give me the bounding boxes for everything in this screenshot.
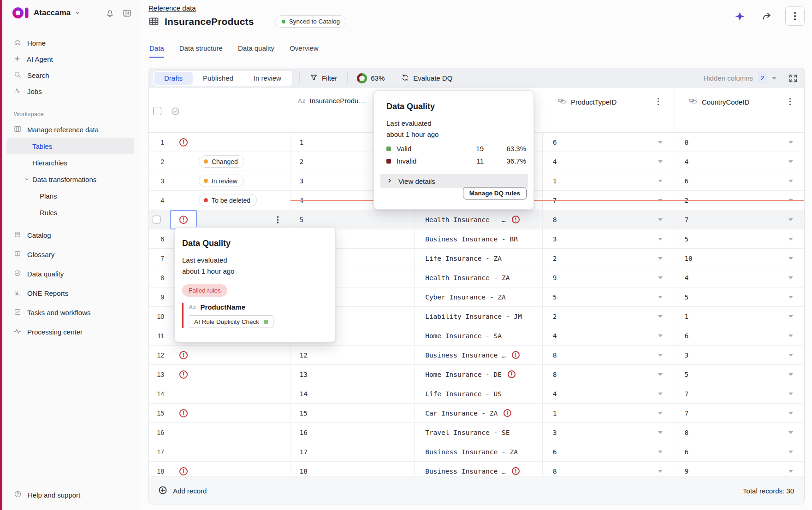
table-row[interactable]: 17 ! 17 Business Insurance - ZA ! 6 6 bbox=[149, 442, 804, 462]
sidebar-item-catalog[interactable]: Catalog bbox=[2, 225, 139, 245]
cell-product-type-id[interactable]: 9 bbox=[542, 268, 674, 287]
error-icon[interactable]: ! bbox=[508, 370, 516, 378]
cell-insurance-product-id[interactable]: 14 bbox=[290, 384, 415, 403]
chevron-down-icon[interactable] bbox=[788, 180, 793, 182]
breadcrumb[interactable]: Reference data bbox=[148, 4, 196, 12]
sidebar-item-glossary[interactable]: Glossary bbox=[2, 245, 139, 264]
cell-product-type-id[interactable]: 7 bbox=[542, 191, 674, 210]
tab-overview[interactable]: Overview bbox=[290, 44, 319, 58]
chevron-down-icon[interactable] bbox=[788, 334, 793, 337]
cell-product-name[interactable]: Life Insurance - ZA ! bbox=[414, 249, 542, 268]
column-header-product-type[interactable]: ProductTypeID bbox=[557, 97, 616, 107]
cell-product-name[interactable]: Business Insurance - BR ! bbox=[414, 229, 542, 248]
sidebar-item-hierarchies[interactable]: Hierarchies bbox=[2, 154, 139, 171]
error-icon[interactable]: ! bbox=[179, 467, 188, 475]
sidebar-item-manage-reference-data[interactable]: Manage reference data bbox=[2, 121, 139, 138]
cell-insurance-product-id[interactable]: 18 bbox=[290, 462, 415, 476]
segment-in-review[interactable]: In review bbox=[243, 72, 291, 85]
cell-country-code-id[interactable]: 9 bbox=[674, 462, 804, 476]
cell-country-code-id[interactable]: 3 bbox=[674, 346, 804, 364]
ai-sparkle-icon[interactable] bbox=[735, 11, 745, 22]
chevron-down-icon[interactable] bbox=[658, 160, 663, 163]
chevron-down-icon[interactable] bbox=[658, 315, 663, 318]
table-row[interactable]: 16 ! 16 Travel Insurance - SE ! 3 8 bbox=[149, 423, 804, 442]
sidebar-item-one-reports[interactable]: ONE Reports bbox=[2, 283, 139, 303]
approve-all-icon[interactable] bbox=[171, 106, 180, 116]
rule-chip[interactable]: AI Rule Duplicity Check bbox=[189, 315, 273, 328]
cell-product-name[interactable]: Business Insurance - ZA ! bbox=[414, 442, 542, 461]
cell-product-name[interactable]: Business Insurance … ! bbox=[414, 462, 542, 476]
segment-drafts[interactable]: Drafts bbox=[154, 72, 193, 85]
sidebar-item-tables[interactable]: Tables bbox=[6, 138, 134, 154]
cell-country-code-id[interactable]: 7 bbox=[674, 210, 804, 229]
cell-country-code-id[interactable]: 7 bbox=[674, 384, 804, 403]
cell-product-name[interactable]: Car Insurance - ZA ! bbox=[414, 404, 542, 422]
chevron-down-icon[interactable] bbox=[658, 470, 663, 473]
chevron-down-icon[interactable] bbox=[658, 218, 663, 221]
cell-product-name[interactable]: Home Insurance - SA ! bbox=[414, 326, 542, 345]
chevron-down-icon[interactable] bbox=[788, 276, 793, 279]
column-menu-button[interactable] bbox=[658, 98, 659, 105]
error-icon[interactable]: ! bbox=[512, 467, 520, 475]
cell-product-name[interactable]: Health Insurance - … ! bbox=[414, 210, 542, 229]
cell-insurance-product-id[interactable]: 13 bbox=[290, 365, 415, 384]
cell-product-type-id[interactable]: 1 bbox=[542, 404, 674, 422]
cell-country-code-id[interactable]: 1 bbox=[674, 307, 804, 326]
cell-product-type-id[interactable]: 6 bbox=[542, 133, 674, 152]
error-icon[interactable]: ! bbox=[179, 351, 188, 359]
chevron-down-icon[interactable] bbox=[658, 334, 663, 337]
chevron-down-icon[interactable] bbox=[658, 199, 663, 202]
sidebar-item-rules[interactable]: Rules bbox=[2, 204, 139, 221]
row-menu-button[interactable] bbox=[277, 216, 279, 223]
table-row[interactable]: ! 5 Health Insurance - … ! 8 7 bbox=[149, 210, 804, 229]
manage-dq-rules-button[interactable]: Manage DQ rules bbox=[463, 187, 527, 199]
error-icon[interactable]: ! bbox=[179, 409, 188, 417]
chevron-down-icon[interactable] bbox=[788, 470, 793, 473]
table-row[interactable]: 13 ! 13 Home Insurance - DE ! 8 5 bbox=[149, 365, 804, 384]
chevron-down-icon[interactable] bbox=[658, 431, 663, 434]
more-options-button[interactable] bbox=[785, 6, 805, 26]
chevron-down-icon[interactable] bbox=[658, 296, 663, 299]
chevron-down-icon[interactable] bbox=[788, 393, 793, 395]
cell-country-code-id[interactable]: 5 bbox=[674, 287, 804, 306]
chevron-down-icon[interactable] bbox=[788, 373, 793, 376]
error-icon[interactable]: ! bbox=[179, 138, 188, 147]
cell-product-type-id[interactable]: 8 bbox=[542, 346, 674, 364]
tab-data-structure[interactable]: Data structure bbox=[179, 44, 223, 58]
hidden-columns-control[interactable]: Hidden columns 2 bbox=[703, 73, 776, 83]
cell-country-code-id[interactable]: 10 bbox=[674, 249, 804, 268]
cell-country-code-id[interactable]: 8 bbox=[674, 133, 804, 152]
table-row[interactable]: 12 ! 12 Business Insurance … ! 8 3 bbox=[149, 346, 804, 365]
sidebar-item-tasks-workflows[interactable]: Tasks and workflows bbox=[2, 303, 139, 322]
chevron-down-icon[interactable] bbox=[788, 315, 793, 318]
filter-button[interactable]: Filter bbox=[306, 74, 341, 83]
view-details-button[interactable]: View details bbox=[380, 174, 528, 188]
cell-product-type-id[interactable]: 2 bbox=[542, 307, 674, 326]
bell-icon[interactable] bbox=[106, 9, 114, 18]
cell-product-type-id[interactable]: 6 bbox=[542, 442, 674, 461]
chevron-down-icon[interactable] bbox=[788, 412, 793, 415]
sidebar-item-plans[interactable]: Plans bbox=[2, 188, 139, 204]
chevron-down-icon[interactable] bbox=[788, 199, 793, 202]
cell-product-type-id[interactable]: 2 bbox=[542, 249, 674, 268]
cell-product-type-id[interactable]: 4 bbox=[542, 326, 674, 345]
select-all-checkbox[interactable] bbox=[153, 107, 161, 115]
chevron-down-icon[interactable] bbox=[788, 451, 793, 453]
chevron-down-icon[interactable] bbox=[788, 354, 793, 357]
segment-published[interactable]: Published bbox=[193, 72, 243, 85]
sidebar-item-search[interactable]: Search bbox=[2, 67, 139, 83]
cell-country-code-id[interactable]: 6 bbox=[674, 326, 804, 345]
cell-insurance-product-id[interactable]: 16 bbox=[290, 423, 415, 442]
cell-insurance-product-id[interactable]: 5 bbox=[290, 210, 415, 229]
cell-country-code-id[interactable]: 8 bbox=[674, 423, 804, 442]
cell-country-code-id[interactable]: 2 bbox=[674, 191, 804, 210]
dq-score-indicator[interactable]: 63% bbox=[357, 73, 385, 83]
cell-country-code-id[interactable]: 4 bbox=[674, 268, 804, 287]
chevron-down-icon[interactable] bbox=[658, 354, 663, 357]
cell-product-type-id[interactable]: 3 bbox=[542, 423, 674, 442]
column-header-country-code[interactable]: CountryCodeID bbox=[688, 97, 749, 107]
cell-product-type-id[interactable]: 4 bbox=[542, 152, 674, 171]
cell-product-name[interactable]: Life Insurance - US ! bbox=[414, 384, 542, 403]
evaluate-dq-button[interactable]: Evaluate DQ bbox=[397, 74, 456, 83]
cell-product-type-id[interactable]: 3 bbox=[542, 229, 674, 248]
